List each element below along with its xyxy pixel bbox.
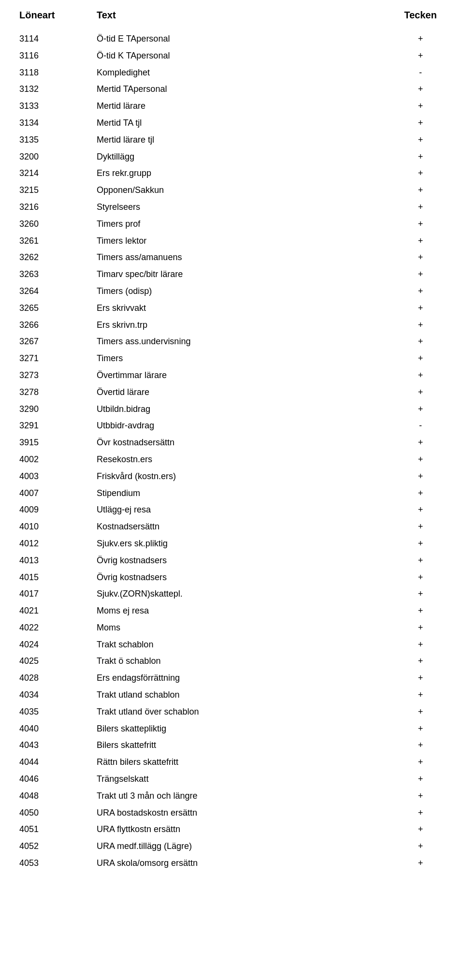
tecken-cell: + (396, 368, 445, 382)
loneart-cell: 3267 (19, 335, 97, 349)
loneart-cell: 4012 (19, 537, 97, 551)
table-row: 3273Övertimmar lärare+ (19, 367, 445, 384)
text-cell: Övr kostnadsersättn (97, 436, 396, 450)
loneart-cell: 3262 (19, 250, 97, 264)
text-cell: Timers lektor (97, 234, 396, 248)
tecken-cell: + (396, 554, 445, 568)
tecken-cell: + (396, 570, 445, 585)
text-cell: Utlägg-ej resa (97, 503, 396, 517)
loneart-cell: 4010 (19, 520, 97, 534)
tecken-cell: + (396, 49, 445, 63)
loneart-cell: 3215 (19, 183, 97, 197)
text-cell: Utbildn.bidrag (97, 402, 396, 416)
text-cell: Trakt utl 3 mån och längre (97, 789, 396, 803)
text-cell: Resekostn.ers (97, 453, 396, 467)
tecken-cell: + (396, 183, 445, 197)
table-row: 3262Timers ass/amanuens+ (19, 249, 445, 266)
tecken-cell: + (396, 250, 445, 264)
table-row: 3265Ers skrivvakt+ (19, 300, 445, 317)
table-row: 3261Timers lektor+ (19, 233, 445, 249)
loneart-cell: 4043 (19, 738, 97, 752)
tecken-cell: + (396, 166, 445, 180)
table-row: 3915Övr kostnadsersättn+ (19, 434, 445, 451)
loneart-cell: 3291 (19, 419, 97, 433)
table-row: 4009Utlägg-ej resa+ (19, 501, 445, 518)
table-row: 3214Ers rekr.grupp+ (19, 165, 445, 182)
header-tecken: Tecken (396, 10, 445, 21)
text-cell: Opponen/Sakkun (97, 183, 396, 197)
text-cell: Timers ass.undervisning (97, 335, 396, 349)
loneart-cell: 4003 (19, 469, 97, 483)
text-cell: Styrelseers (97, 200, 396, 214)
loneart-cell: 3132 (19, 82, 97, 96)
loneart-cell: 4015 (19, 570, 97, 585)
text-cell: Trängselskatt (97, 772, 396, 786)
table-row: 4007Stipendium+ (19, 485, 445, 502)
text-cell: Kompledighet (97, 66, 396, 80)
tecken-cell: + (396, 604, 445, 618)
loneart-cell: 3290 (19, 402, 97, 416)
table-row: 4017Sjukv.(ZORN)skattepl.+ (19, 585, 445, 602)
tecken-cell: + (396, 654, 445, 668)
table-row: 4015Övrig kostnadsers+ (19, 569, 445, 586)
loneart-cell: 4034 (19, 688, 97, 702)
text-cell: Bilers skattepliktig (97, 722, 396, 736)
tecken-cell: + (396, 722, 445, 736)
tecken-cell: + (396, 116, 445, 130)
loneart-cell: 3133 (19, 99, 97, 113)
tecken-cell: + (396, 99, 445, 113)
table-row: 4002Resekostn.ers+ (19, 451, 445, 468)
table-row: 3290Utbildn.bidrag+ (19, 401, 445, 418)
table-row: 3135Mertid lärare tjl+ (19, 132, 445, 148)
table-row: 3118Kompledighet- (19, 64, 445, 81)
loneart-cell: 3265 (19, 301, 97, 315)
tecken-cell: + (396, 318, 445, 332)
loneart-cell: 3116 (19, 49, 97, 63)
tecken-cell: + (396, 32, 445, 46)
table-row: 3215Opponen/Sakkun+ (19, 182, 445, 199)
table-row: 4021Moms ej resa+ (19, 602, 445, 619)
loneart-cell: 4007 (19, 486, 97, 500)
tecken-cell: + (396, 738, 445, 752)
tecken-cell: - (396, 419, 445, 433)
tecken-cell: + (396, 503, 445, 517)
loneart-cell: 4009 (19, 503, 97, 517)
tecken-cell: + (396, 150, 445, 164)
text-cell: Moms ej resa (97, 604, 396, 618)
header-text: Text (97, 10, 396, 21)
table-row: 4035Trakt utland över schablon+ (19, 703, 445, 720)
loneart-cell: 3134 (19, 116, 97, 130)
tecken-cell: + (396, 537, 445, 551)
text-cell: Timers (97, 351, 396, 366)
table-row: 3291Utbbidr-avdrag- (19, 417, 445, 434)
tecken-cell: + (396, 486, 445, 500)
table-row: 4025Trakt ö schablon+ (19, 653, 445, 670)
text-cell: Timers prof (97, 217, 396, 231)
table-row: 3267Timers ass.undervisning+ (19, 333, 445, 350)
table-row: 4051URA flyttkostn ersättn+ (19, 821, 445, 838)
tecken-cell: + (396, 267, 445, 281)
tecken-cell: + (396, 789, 445, 803)
table-row: 4043Bilers skattefritt+ (19, 737, 445, 754)
loneart-cell: 4053 (19, 856, 97, 870)
tecken-cell: + (396, 671, 445, 685)
table-row: 3260Timers prof+ (19, 216, 445, 233)
loneart-cell: 4017 (19, 587, 97, 601)
loneart-cell: 4048 (19, 789, 97, 803)
table-row: 3132Mertid TApersonal+ (19, 81, 445, 98)
text-cell: URA flyttkostn ersättn (97, 822, 396, 836)
tecken-cell: + (396, 335, 445, 349)
table-row: 3133Mertid lärare+ (19, 98, 445, 115)
text-cell: Ers skrivn.trp (97, 318, 396, 332)
text-cell: URA bostadskostn ersättn (97, 806, 396, 820)
table-row: 3116Ö-tid K TApersonal+ (19, 47, 445, 64)
tecken-cell: - (396, 66, 445, 80)
loneart-cell: 4002 (19, 453, 97, 467)
data-table: 3114Ö-tid E TApersonal+3116Ö-tid K TAper… (19, 30, 445, 872)
loneart-cell: 4028 (19, 671, 97, 685)
tecken-cell: + (396, 284, 445, 298)
loneart-cell: 3114 (19, 32, 97, 46)
tecken-cell: + (396, 402, 445, 416)
loneart-cell: 4046 (19, 772, 97, 786)
table-row: 3278Övertid lärare+ (19, 384, 445, 401)
